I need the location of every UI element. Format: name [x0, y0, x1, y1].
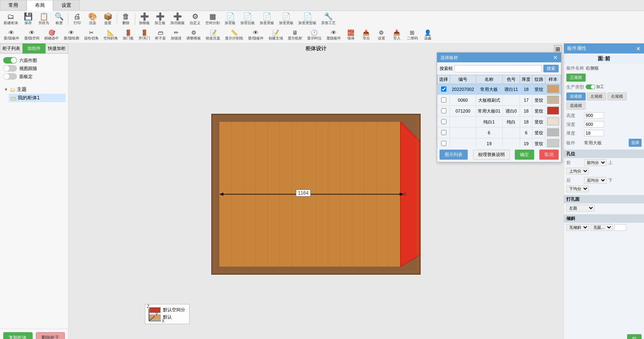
board-table-row[interactable]: 202207002 常用大板 谱白11 18 竖纹 [438, 84, 561, 95]
search-btn[interactable]: 搜索 [543, 65, 559, 72]
delete-cabinet-btn[interactable]: 删除柜子 [36, 332, 65, 339]
prod-type-toggle[interactable] [586, 84, 595, 89]
toolbar-set-cut[interactable]: ✂设给切角 [82, 29, 101, 42]
toolbar-toggle-board3[interactable]: 👁显隐板件 [324, 29, 343, 42]
row-checkbox-5[interactable] [441, 141, 446, 146]
show-list-btn[interactable]: 图示列表 [440, 150, 468, 160]
toolbar-export[interactable]: 📤导出 [359, 29, 374, 42]
depth-input[interactable] [584, 121, 604, 127]
drill-face-select[interactable]: 左面 [566, 205, 594, 212]
toolbar-add-desc[interactable]: ✏加描述 [169, 29, 184, 42]
toolbar-show-divider[interactable]: 📏显示分割线 [223, 29, 245, 42]
tree-root[interactable]: ▼ 🗂 主题 [2, 85, 66, 94]
front-face-btn[interactable]: 正规模 [566, 74, 586, 82]
toolbar-adjust-template[interactable]: ⚙调整模板 [184, 29, 203, 42]
row-checkbox-0[interactable] [441, 86, 446, 92]
toolbar-cabinet-rack[interactable]: 🗃柜子架 [153, 29, 168, 42]
toolbar-user[interactable]: 👤温鑫 [421, 29, 435, 42]
bottom-face-btn[interactable]: 底规模 [566, 102, 586, 110]
back-face-btn[interactable]: 前规模 [566, 92, 586, 101]
tilt-select2[interactable]: 无延... [590, 224, 613, 231]
toolbar-create-text[interactable]: 📝创建文域 [266, 29, 285, 42]
toolbar-precise-select[interactable]: 🎯精确选中 [42, 29, 61, 42]
toolbar-save-as[interactable]: 📋另存为 [36, 12, 51, 27]
toolbar-space-angle[interactable]: 📐空间斜角 [101, 29, 120, 42]
toggle-six-face[interactable]: 六面作图 [3, 57, 65, 64]
toolbar-add-variant[interactable]: 📄加变类板 [258, 12, 276, 27]
toolbar-print[interactable]: 🖨打印 [70, 12, 85, 27]
row-checkbox-4[interactable] [441, 130, 446, 135]
thickness-input[interactable] [584, 130, 604, 136]
toolbar-add-door[interactable]: 🚪加门板 [121, 29, 136, 42]
tab-cabinet-list[interactable]: 柜子列表 [0, 43, 23, 53]
toggle-six-face-switch[interactable] [3, 57, 17, 64]
toolbar-show-time[interactable]: 🕐显示时位 [305, 29, 324, 42]
toolbar-check[interactable]: 🔍检查 [52, 12, 66, 27]
tab-quick-add[interactable]: 快捷加柜 [45, 43, 68, 53]
dimension-label[interactable]: 1164 [296, 189, 311, 197]
toolbar-add-template[interactable]: ➕加模板 [137, 12, 152, 27]
toolbar-add-variant3[interactable]: 📄加变类型板 [296, 12, 318, 27]
drill-pos-down-select[interactable]: 下均分 [566, 185, 589, 192]
confirm-btn[interactable]: 确定 [515, 150, 534, 160]
toolbar-save[interactable]: 💾保存 [21, 12, 35, 27]
toolbar-custom[interactable]: ⚙自定义 [188, 12, 202, 27]
board-table-row[interactable]: 纯白1 纯白 18 竖纹 [438, 117, 561, 127]
toolbar-special-craft[interactable]: 🔧异形工艺 [319, 12, 338, 27]
tab-add-component[interactable]: 加组件 [23, 43, 45, 53]
front-label-btn[interactable]: 前 [627, 334, 642, 339]
copy-cabinet-btn[interactable]: 复制柜体 [3, 332, 33, 339]
toolbar-add-back[interactable]: 📄加背板 [223, 12, 237, 27]
row-checkbox-3[interactable] [441, 119, 446, 124]
toggle-face-lock[interactable]: 面板定 [3, 73, 65, 80]
toolbar-place[interactable]: 📦放置 [101, 12, 115, 27]
tilt-value[interactable] [614, 224, 626, 231]
toolbar-toggle-space[interactable]: 👁显/隐空间 [22, 29, 42, 42]
toolbar-qr-code[interactable]: ⊞二维码 [405, 29, 420, 42]
toolbar-toggle-board2[interactable]: 👁显/隐板件 [246, 29, 266, 42]
row-checkbox-1[interactable] [441, 97, 446, 103]
toolbar-render[interactable]: 🎨渲染 [85, 12, 100, 27]
properties-panel-close[interactable]: ✕ [636, 45, 641, 52]
toolbar-space-split[interactable]: ▦空间分割 [203, 12, 222, 27]
toolbar-wall[interactable]: 🧱墙体 [344, 29, 358, 42]
tilt-select1[interactable]: 无倾斜 [566, 224, 589, 231]
drill-pos-front-select[interactable]: 前均分 [584, 159, 607, 166]
row-checkbox-2[interactable] [441, 108, 446, 113]
toggle-view-follow-switch[interactable] [3, 65, 17, 72]
toolbar-add-back2[interactable]: 📄加背拉板 [238, 12, 257, 27]
toolbar-toggle-outline[interactable]: 👁显/隐轮廓 [62, 29, 81, 42]
toolbar-open-door[interactable]: 🚪开/关门 [136, 29, 153, 42]
toolbar-new-cabinet[interactable]: 🗂新建柜体 [2, 12, 20, 27]
tab-settings[interactable]: 设置 [53, 0, 80, 10]
board-table-row[interactable]: 0060 大板模刷式 17 竖纹 [438, 95, 561, 106]
tab-common[interactable]: 常用 [0, 0, 27, 10]
right-face-btn[interactable]: 右规模 [607, 92, 627, 101]
toolbar-add-func[interactable]: ➕加功能板 [168, 12, 187, 27]
toolbar-delete[interactable]: 🗑删除 [119, 12, 133, 27]
toolbar-add-variant2[interactable]: 📄加变类板 [277, 12, 295, 27]
drill-pos-up-select[interactable]: 上均分 [566, 168, 589, 175]
grid-button[interactable]: ⊞ [554, 45, 562, 53]
search-input[interactable] [454, 65, 542, 72]
toolbar-import[interactable]: 📥导入 [390, 29, 404, 42]
tab-layout[interactable]: 布局 [27, 0, 53, 11]
tree-cabinet1[interactable]: 🗃 我的柜体1 [9, 94, 66, 102]
toolbar-settings[interactable]: ⚙设置 [374, 29, 389, 42]
height-input[interactable] [584, 112, 604, 119]
drill-pos-back-select[interactable]: 后均分 [584, 177, 607, 184]
toolbar-add-vertical[interactable]: ➕加立板 [153, 12, 167, 27]
toolbar-toggle-board[interactable]: 👁显/隐板件 [2, 29, 21, 42]
left-face-btn[interactable]: 左规模 [587, 92, 606, 101]
toolbar-show-cabinet[interactable]: 🖥显示机柜 [286, 29, 304, 42]
select-board-btn[interactable]: 选择 [629, 139, 642, 147]
cancel-btn[interactable]: 取消 [539, 150, 559, 160]
select-board-close[interactable]: ✕ [553, 54, 558, 61]
board-table-row[interactable]: 19 19 竖纹 [438, 138, 561, 148]
fix-replace-btn[interactable]: 校理替换说明 [473, 150, 510, 160]
board-table-row[interactable]: 071200 常用大板01 谱白0 18 竖纹 [438, 106, 561, 117]
toggle-view-follow[interactable]: 视图跟随 [3, 65, 65, 72]
toggle-face-lock-switch[interactable] [3, 73, 17, 80]
board-table-row[interactable]: 6 6 竖纹 [438, 127, 561, 138]
toolbar-fix-cover[interactable]: 📝校改压盖 [204, 29, 222, 42]
